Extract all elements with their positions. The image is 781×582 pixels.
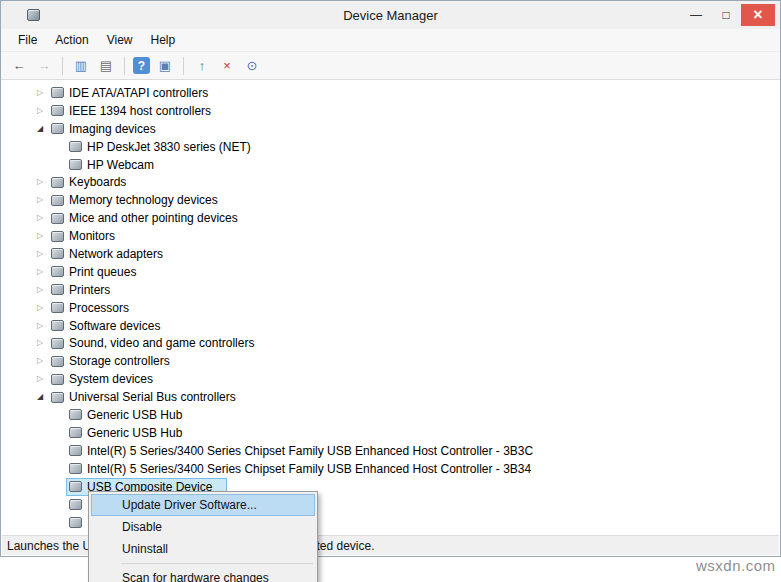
tree-item[interactable]: ▷System devices [2,370,779,388]
titlebar[interactable]: Device Manager — □ × [1,1,780,29]
chevron-right-icon[interactable]: ▷ [32,375,48,383]
menu-help[interactable]: Help [142,33,185,47]
chevron-right-icon[interactable]: ▷ [32,339,48,347]
chevron-right-icon[interactable]: ▷ [32,196,48,204]
tree-item[interactable]: ▷Printers [2,281,779,299]
export-list-icon[interactable]: ▤ [96,56,116,76]
chevron-right-icon[interactable]: ▷ [32,304,48,312]
tree-item[interactable]: ▷IEEE 1394 host controllers [2,102,779,120]
chevron-right-icon[interactable]: ▷ [32,286,48,294]
tree-item-content[interactable]: Storage controllers [48,352,174,370]
tree-item-content[interactable]: Processors [48,299,133,317]
tree-item[interactable]: ▷Storage controllers [2,352,779,370]
tree-item-content[interactable]: Printers [48,281,114,299]
tree-item[interactable]: HP DeskJet 3830 series (NET) [2,138,779,156]
tree-item-label: Generic USB Hub [87,426,182,440]
context-menu-item[interactable]: Update Driver Software... [91,494,315,516]
tree-item-content[interactable]: System devices [48,370,157,388]
back-icon[interactable]: ← [9,56,29,76]
watermark: wsxdn.com [696,557,776,574]
chevron-right-icon[interactable]: ▷ [32,178,48,186]
tree-item-content[interactable]: Generic USB Hub [66,406,186,424]
tree-item[interactable]: Generic USB Hub [2,406,779,424]
tree-item-label: Storage controllers [69,354,170,368]
tree-item[interactable]: ▷Keyboards [2,173,779,191]
tree-item[interactable]: ◢Imaging devices [2,120,779,138]
tree-item-content[interactable]: Generic USB Hub [66,424,186,442]
tree-item[interactable]: ▷Print queues [2,263,779,281]
chevron-right-icon[interactable]: ▷ [32,250,48,258]
ieee-1394-icon [51,105,64,116]
tree-item-label: IDE ATA/ATAPI controllers [69,86,208,100]
tree-item-content[interactable]: HP Webcam [66,156,158,174]
tree-item-content[interactable]: Intel(R) 5 Series/3400 Series Chipset Fa… [66,460,535,478]
update-driver-software-icon-glyph: ↑ [199,59,206,72]
close-button[interactable]: × [741,4,775,26]
tree-item[interactable]: ◢Universal Serial Bus controllers [2,388,779,406]
chevron-expanded-icon[interactable]: ◢ [32,125,48,133]
tree-item[interactable]: ▷Monitors [2,227,779,245]
tree-item[interactable]: ▷Sound, video and game controllers [2,334,779,352]
usb-device-icon [69,481,82,492]
tree-item[interactable]: ▷Software devices [2,317,779,335]
tree-item[interactable]: ▷Memory technology devices [2,191,779,209]
uninstall-icon[interactable]: × [217,56,237,76]
properties-icon[interactable]: ▣ [155,56,175,76]
export-list-icon-glyph: ▤ [100,59,112,72]
maximize-button[interactable]: □ [711,4,741,26]
tree-item-label: Memory technology devices [69,193,218,207]
chevron-right-icon[interactable]: ▷ [32,268,48,276]
chevron-right-icon[interactable]: ▷ [32,107,48,115]
tree-item-content[interactable]: HP DeskJet 3830 series (NET) [66,138,255,156]
imaging-devices-icon [51,123,64,134]
tree-item-content[interactable]: Monitors [48,227,119,245]
tree-item-label: Monitors [69,229,115,243]
forward-icon[interactable]: → [34,56,54,76]
update-driver-software-icon[interactable]: ↑ [192,56,212,76]
context-menu-item[interactable]: Scan for hardware changes [91,567,315,582]
tree-item[interactable]: ▷Mice and other pointing devices [2,209,779,227]
tree-item-label: Intel(R) 5 Series/3400 Series Chipset Fa… [87,444,533,458]
tree-item[interactable]: ▷Processors [2,299,779,317]
tree-item-label: Network adapters [69,247,163,261]
show-console-tree-icon[interactable]: ▥ [71,56,91,76]
tree-item-content[interactable]: Intel(R) 5 Series/3400 Series Chipset Fa… [66,442,537,460]
tree-item[interactable]: HP Webcam [2,156,779,174]
tree-item-content[interactable]: Sound, video and game controllers [48,334,258,352]
menu-file[interactable]: File [9,33,46,47]
chevron-right-icon[interactable]: ▷ [32,89,48,97]
printer-icon [51,284,64,295]
tree-item-label: IEEE 1394 host controllers [69,104,211,118]
chevron-expanded-icon[interactable]: ◢ [32,393,48,401]
menu-action[interactable]: Action [46,33,97,47]
tree-item-content[interactable]: Imaging devices [48,120,160,138]
window-title: Device Manager [1,8,780,23]
tree-item-content[interactable]: Universal Serial Bus controllers [48,388,240,406]
context-menu-item[interactable]: Uninstall [91,538,315,560]
tree-item[interactable]: ▷IDE ATA/ATAPI controllers [2,84,779,102]
tree-item-content[interactable]: Keyboards [48,173,130,191]
context-menu: Update Driver Software...DisableUninstal… [88,491,318,582]
scan-hardware-changes-icon[interactable]: ⊙ [242,56,262,76]
minimize-button[interactable]: — [681,4,711,26]
chevron-right-icon[interactable]: ▷ [32,232,48,240]
tree-item-content[interactable]: IDE ATA/ATAPI controllers [48,84,212,102]
chevron-right-icon[interactable]: ▷ [32,322,48,330]
tree-item-content[interactable]: IEEE 1394 host controllers [48,102,215,120]
context-menu-item[interactable]: Disable [91,516,315,538]
tree-item-content[interactable]: Memory technology devices [48,191,222,209]
tree-item[interactable]: Generic USB Hub [2,424,779,442]
chevron-right-icon[interactable]: ▷ [32,214,48,222]
tree-item[interactable]: ▷Network adapters [2,245,779,263]
chevron-right-icon[interactable]: ▷ [32,357,48,365]
tree-item[interactable]: Intel(R) 5 Series/3400 Series Chipset Fa… [2,442,779,460]
tree-item[interactable]: Intel(R) 5 Series/3400 Series Chipset Fa… [2,460,779,478]
tree-item-content[interactable]: Mice and other pointing devices [48,209,242,227]
tree-item-content[interactable]: Software devices [48,317,164,335]
back-icon-glyph: ← [13,59,26,72]
tree-item-content[interactable]: Print queues [48,263,140,281]
help-icon[interactable]: ? [133,57,150,74]
menu-view[interactable]: View [98,33,142,47]
tree-item-content[interactable]: Network adapters [48,245,167,263]
toolbar: ←→▥▤?▣↑×⊙ [1,52,780,80]
